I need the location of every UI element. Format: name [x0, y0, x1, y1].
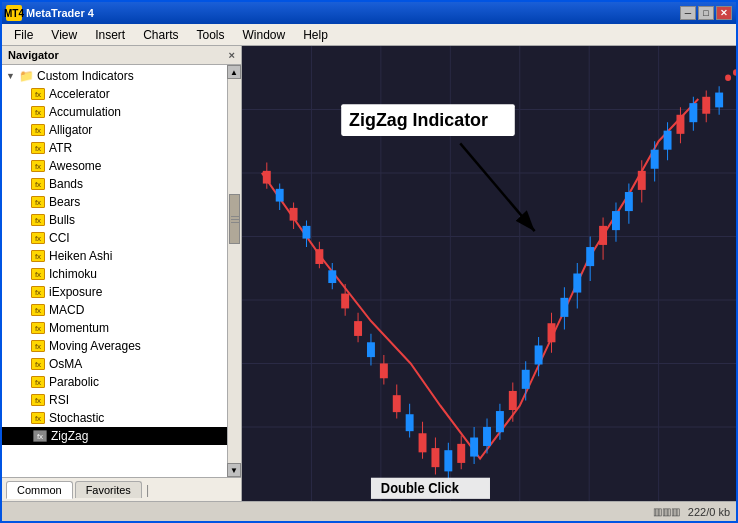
- scroll-thumb[interactable]: [229, 194, 240, 244]
- main-area: Navigator × ▼ 📁 Custom Indicators fx Ac: [2, 46, 736, 501]
- menu-tools[interactable]: Tools: [189, 26, 233, 44]
- svg-rect-68: [612, 211, 620, 230]
- status-icon: ▥▥▥: [653, 506, 680, 517]
- tree-item-stochastic[interactable]: fx Stochastic: [2, 409, 227, 427]
- svg-rect-22: [315, 249, 323, 264]
- svg-rect-16: [276, 189, 284, 202]
- tree-item-cci[interactable]: fx CCI: [2, 229, 227, 247]
- scroll-up-btn[interactable]: ▲: [227, 65, 241, 79]
- svg-rect-70: [625, 192, 633, 211]
- tree-item-ichimoku[interactable]: fx Ichimoku: [2, 265, 227, 283]
- tree-item-momentum[interactable]: fx Momentum: [2, 319, 227, 337]
- svg-rect-30: [367, 342, 375, 357]
- indicator-icon-momentum: fx: [30, 321, 46, 335]
- indicator-icon-ichimoku: fx: [30, 267, 46, 281]
- svg-rect-74: [651, 150, 659, 169]
- menu-view[interactable]: View: [43, 26, 85, 44]
- svg-rect-54: [522, 370, 530, 389]
- tree-item-bands[interactable]: fx Bands: [2, 175, 227, 193]
- svg-rect-64: [586, 247, 594, 266]
- navigator-tree[interactable]: ▼ 📁 Custom Indicators fx Accelerator fx …: [2, 65, 241, 477]
- title-bar-buttons: ─ □ ✕: [680, 6, 732, 20]
- menu-help[interactable]: Help: [295, 26, 336, 44]
- nav-scrollbar[interactable]: ▲ ▼: [227, 65, 241, 477]
- navigator-title: Navigator: [8, 49, 59, 61]
- indicator-icon-bears: fx: [30, 195, 46, 209]
- svg-rect-44: [457, 444, 465, 463]
- tree-custom-indicators[interactable]: ▼ 📁 Custom Indicators: [2, 67, 227, 85]
- svg-rect-36: [406, 414, 414, 431]
- chart-svg: ZigZag Indicator Double Click: [242, 46, 736, 501]
- close-button[interactable]: ✕: [716, 6, 732, 20]
- tree-item-parabolic[interactable]: fx Parabolic: [2, 373, 227, 391]
- tree-item-bulls[interactable]: fx Bulls: [2, 211, 227, 229]
- svg-rect-82: [702, 97, 710, 114]
- svg-rect-84: [715, 93, 723, 108]
- menu-charts[interactable]: Charts: [135, 26, 186, 44]
- indicator-icon-atr: fx: [30, 141, 46, 155]
- svg-rect-66: [599, 226, 607, 245]
- svg-rect-62: [573, 274, 581, 293]
- status-kb: 222/0 kb: [688, 506, 730, 518]
- svg-rect-48: [483, 427, 491, 446]
- tree-item-bears[interactable]: fx Bears: [2, 193, 227, 211]
- svg-rect-18: [290, 208, 298, 221]
- indicator-icon-osma: fx: [30, 357, 46, 371]
- title-bar-left: MT4 MetaTrader 4: [6, 5, 94, 21]
- scroll-track: [229, 79, 240, 463]
- menu-window[interactable]: Window: [235, 26, 294, 44]
- maximize-button[interactable]: □: [698, 6, 714, 20]
- indicator-icon-accelerator: fx: [30, 87, 46, 101]
- tree-item-accumulation[interactable]: fx Accumulation: [2, 103, 227, 121]
- chart-area: ZigZag Indicator Double Click: [242, 46, 736, 501]
- menu-insert[interactable]: Insert: [87, 26, 133, 44]
- svg-rect-50: [496, 411, 504, 432]
- tree-item-osma[interactable]: fx OsMA: [2, 355, 227, 373]
- indicator-icon-heiken: fx: [30, 249, 46, 263]
- folder-icon-ci: 📁: [18, 69, 34, 83]
- tree-item-heiken[interactable]: fx Heiken Ashi: [2, 247, 227, 265]
- scroll-down-btn[interactable]: ▼: [227, 463, 241, 477]
- tab-favorites[interactable]: Favorites: [75, 481, 142, 498]
- svg-rect-34: [393, 395, 401, 412]
- svg-rect-26: [341, 294, 349, 309]
- menu-file[interactable]: File: [6, 26, 41, 44]
- navigator-panel: Navigator × ▼ 📁 Custom Indicators fx Ac: [2, 46, 242, 501]
- tree-item-rsi[interactable]: fx RSI: [2, 391, 227, 409]
- svg-rect-80: [689, 103, 697, 122]
- svg-rect-40: [431, 448, 439, 467]
- svg-rect-52: [509, 391, 517, 410]
- svg-text:Double Click: Double Click: [381, 480, 460, 495]
- navigator-header: Navigator ×: [2, 46, 241, 65]
- tree-item-accelerator[interactable]: fx Accelerator: [2, 85, 227, 103]
- indicator-icon-parabolic: fx: [30, 375, 46, 389]
- main-window: MT4 MetaTrader 4 ─ □ ✕ File View Insert …: [0, 0, 738, 523]
- tree-item-alligator[interactable]: fx Alligator: [2, 121, 227, 139]
- svg-rect-76: [664, 131, 672, 150]
- navigator-close-btn[interactable]: ×: [229, 49, 235, 61]
- indicator-icon-iexposure: fx: [30, 285, 46, 299]
- tree-item-awesome[interactable]: fx Awesome: [2, 157, 227, 175]
- svg-text:ZigZag Indicator: ZigZag Indicator: [349, 109, 488, 131]
- tree-item-iexposure[interactable]: fx iExposure: [2, 283, 227, 301]
- svg-rect-32: [380, 363, 388, 378]
- tree-item-zigzag[interactable]: fx ZigZag: [2, 427, 227, 445]
- indicator-icon-cci: fx: [30, 231, 46, 245]
- tree-item-atr[interactable]: fx ATR: [2, 139, 227, 157]
- navigator-bottom-tabs: Common Favorites |: [2, 477, 241, 501]
- svg-rect-78: [676, 115, 684, 134]
- expand-arrow-ci: ▼: [6, 71, 18, 81]
- svg-rect-20: [303, 226, 311, 239]
- tree-item-macd[interactable]: fx MACD: [2, 301, 227, 319]
- indicator-icon-awesome: fx: [30, 159, 46, 173]
- svg-rect-60: [560, 298, 568, 317]
- indicator-icon-ma: fx: [30, 339, 46, 353]
- tree-root: ▼ 📁 Custom Indicators fx Accelerator fx …: [2, 65, 227, 447]
- svg-rect-72: [638, 171, 646, 190]
- svg-rect-28: [354, 321, 362, 336]
- status-bar: ▥▥▥ 222/0 kb: [2, 501, 736, 521]
- minimize-button[interactable]: ─: [680, 6, 696, 20]
- tab-common[interactable]: Common: [6, 481, 73, 499]
- tree-item-moving-averages[interactable]: fx Moving Averages: [2, 337, 227, 355]
- ci-label: Custom Indicators: [37, 69, 134, 83]
